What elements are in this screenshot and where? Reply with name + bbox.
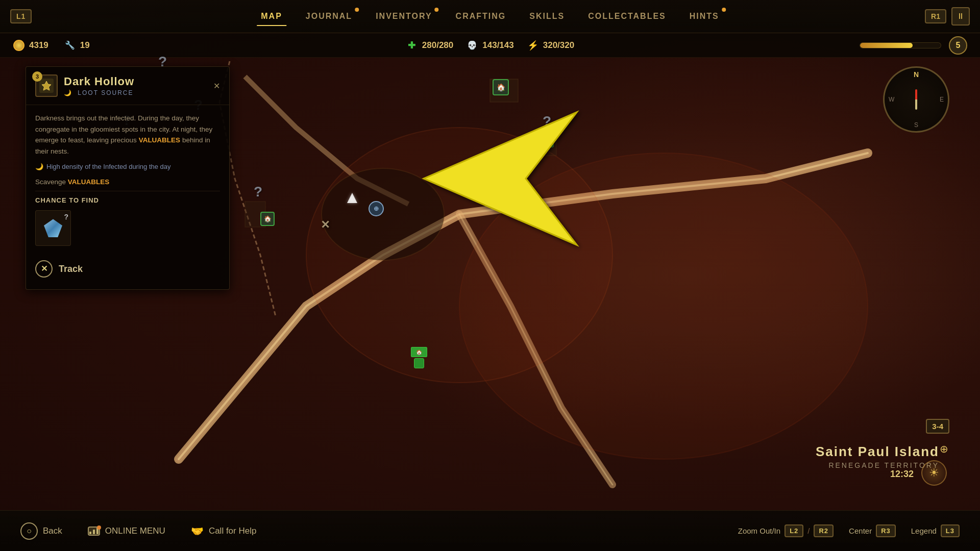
health-icon: ✚ xyxy=(406,39,418,52)
r2-button[interactable]: R2 xyxy=(814,524,834,537)
immunity-stat: 💀 143/143 xyxy=(466,39,513,52)
center-stats: ✚ 280/280 💀 143/143 ⚡ 320/320 xyxy=(406,39,574,52)
chance-item-valuables: ? xyxy=(35,210,71,246)
hints-notification-dot xyxy=(722,8,726,12)
map-car-icon xyxy=(533,135,554,147)
online-menu-action[interactable]: ONLINE MENU xyxy=(88,526,165,536)
pause-button[interactable]: ⏸ xyxy=(951,7,970,26)
chance-header: CHANCE TO FIND xyxy=(35,191,220,204)
journal-notification-dot xyxy=(355,8,359,12)
call-for-help-icon: 🤝 xyxy=(191,525,204,537)
nav-right: R1 ⏸ xyxy=(925,7,970,26)
center-control: Center R3 xyxy=(849,524,896,537)
track-button-icon: ✕ xyxy=(35,260,53,278)
call-for-help-action[interactable]: 🤝 Call for Help xyxy=(191,525,257,537)
compass-south: S xyxy=(914,121,918,129)
tab-skills[interactable]: SKILLS xyxy=(525,9,569,23)
legend-control: Legend L3 xyxy=(911,524,960,537)
tab-journal[interactable]: JOURNAL xyxy=(302,9,356,23)
tools-icon: 🔧 xyxy=(64,39,76,52)
chance-items: ? xyxy=(35,210,220,246)
tools-stat: 🔧 19 xyxy=(64,39,90,52)
r3-button[interactable]: R3 xyxy=(876,524,896,537)
back-action[interactable]: ○ Back xyxy=(20,522,62,540)
bottom-right-controls: Zoom Out/In L2 / R2 Center R3 Legend L3 xyxy=(738,524,960,537)
panel-body: Darkness brings out the infected. During… xyxy=(26,105,229,289)
map-settlement-icon: 🏠 xyxy=(411,347,427,368)
moon-note-icon: 🌙 xyxy=(35,163,43,170)
compass-west: W xyxy=(889,96,894,103)
location-name-display: Saint Paul Island RENEGADE TERRITORY xyxy=(816,444,939,469)
r1-button[interactable]: R1 xyxy=(925,9,946,23)
map-safehouse-icon-2: 🏠 xyxy=(260,212,275,226)
density-note: 🌙 High density of the Infected during th… xyxy=(35,163,220,170)
right-stats: 5 xyxy=(860,36,967,55)
l3-button[interactable]: L3 xyxy=(941,524,960,537)
svg-marker-7 xyxy=(42,81,51,90)
l1-button[interactable]: L1 xyxy=(10,9,32,23)
tab-crafting[interactable]: CRAFTING xyxy=(452,9,510,23)
location-direction-icon: ⊕ xyxy=(940,443,948,455)
location-icon: 3 xyxy=(35,74,58,97)
stamina-stat: ⚡ 320/320 xyxy=(527,39,574,52)
track-button[interactable]: ✕ Track xyxy=(35,256,220,282)
l2-button[interactable]: L2 xyxy=(785,524,803,537)
location-icon-inner xyxy=(39,79,54,93)
panel-title-area: Dark Hollow 🌙 LOOT SOURCE xyxy=(64,75,134,96)
location-subtitle: 🌙 LOOT SOURCE xyxy=(64,89,134,96)
stats-bar: 4319 🔧 19 ✚ 280/280 💀 143/143 ⚡ 320/320 … xyxy=(0,33,980,58)
map-question-marker-4: ? xyxy=(254,184,262,200)
zoom-control: Zoom Out/In L2 / R2 xyxy=(738,524,834,537)
time-display: 12:32 xyxy=(890,469,914,480)
tab-map[interactable]: MAP xyxy=(257,9,286,23)
panel-header: 3 Dark Hollow 🌙 LOOT SOURCE ✕ xyxy=(26,67,229,105)
compass-ring: N S W E xyxy=(883,66,949,133)
moon-icon: 🌙 xyxy=(64,89,72,96)
diamond-icon xyxy=(44,219,62,237)
stamina-icon: ⚡ xyxy=(527,39,539,52)
top-navigation: L1 MAP JOURNAL INVENTORY CRAFTING SKILLS… xyxy=(0,0,980,33)
tab-collectables[interactable]: COLLECTABLES xyxy=(584,9,670,23)
compass-north: N xyxy=(914,70,919,79)
location-info-panel: 3 Dark Hollow 🌙 LOOT SOURCE ✕ Darkness b… xyxy=(26,66,230,290)
inventory-notification-dot xyxy=(435,8,439,12)
compass: N S W E xyxy=(883,66,949,133)
location-title: Dark Hollow xyxy=(64,75,134,88)
compass-east: E xyxy=(940,96,944,103)
xp-bar xyxy=(860,42,941,48)
health-stat: ✚ 280/280 xyxy=(406,39,453,52)
back-button-icon: ○ xyxy=(20,522,38,540)
nav-tabs: MAP JOURNAL INVENTORY CRAFTING SKILLS CO… xyxy=(257,9,723,23)
nav-left: L1 xyxy=(10,9,32,23)
map-safehouse-icon-1: 🏠 xyxy=(493,79,509,95)
online-menu-group xyxy=(88,527,100,536)
zone-badge: 3-4 xyxy=(926,419,949,434)
gold-icon xyxy=(13,39,25,52)
panel-description: Darkness brings out the infected. During… xyxy=(35,113,220,157)
map-question-marker-5: ? xyxy=(543,113,551,130)
map-x-marker: ✕ xyxy=(321,218,330,232)
location-level: 3 xyxy=(32,71,42,82)
online-notification-dot xyxy=(97,525,101,530)
compass-needle xyxy=(915,89,917,110)
bottom-bar: ○ Back ONLINE MENU 🤝 Call for Help Zoom … xyxy=(0,510,980,551)
level-badge: 5 xyxy=(949,36,967,55)
time-sun-icon: ☀ xyxy=(921,460,947,486)
skull-icon: 💀 xyxy=(466,39,478,52)
location-main-name: Saint Paul Island xyxy=(816,444,939,460)
tab-hints[interactable]: HINTS xyxy=(685,9,723,23)
tab-inventory[interactable]: INVENTORY xyxy=(372,9,436,23)
gold-stat: 4319 xyxy=(13,39,48,52)
question-badge: ? xyxy=(64,213,68,221)
scavenge-line: Scavenge VALUABLES xyxy=(35,178,220,186)
player-position-marker: ⊕ xyxy=(369,201,384,216)
location-type-label: RENEGADE TERRITORY xyxy=(816,461,939,469)
panel-close-button[interactable]: ✕ xyxy=(213,81,220,91)
